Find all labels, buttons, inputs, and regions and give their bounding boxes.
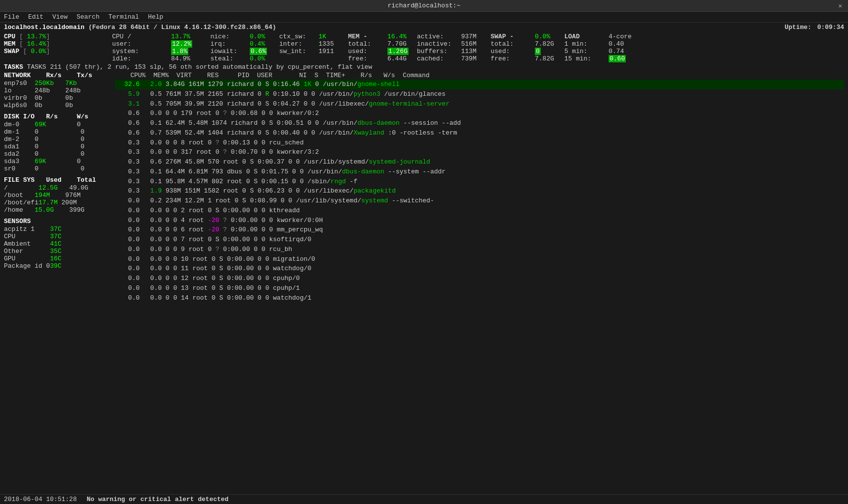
menu-terminal[interactable]: Terminal xyxy=(108,13,139,21)
window-title: richard@localhost:~ xyxy=(387,2,460,9)
table-row: 0.0 0.0 0 0 14 root 0 S 0:00.00 0 0 watc… xyxy=(115,293,844,303)
stats-row-4: idle: 84.9% steal: 0.0% free: 6.44G cach… xyxy=(4,55,844,62)
process-table-container: CPU% MEM% VIRT RES PID USER NI S TIME+ R… xyxy=(115,72,844,303)
table-row: 0.3 0.1 64.4M 6.81M 793 dbus 0 S 0:01.75… xyxy=(115,167,844,177)
mem-percent: 16.4% xyxy=(27,40,46,48)
network-section: NETWORK Rx/s Tx/s enp7s0 250Kb 7Kb lo 24… xyxy=(4,72,107,109)
swap-label: SWAP xyxy=(4,48,23,55)
menubar: FileEditViewSearchTerminalHelp xyxy=(0,12,848,23)
table-row: 0.6 0.7 539M 52.4M 1404 richard 0 S 0:00… xyxy=(115,128,844,138)
swap-percent: 0.0% xyxy=(31,48,46,55)
menu-search[interactable]: Search xyxy=(77,13,100,21)
uptime: Uptime: 0:09:34 xyxy=(785,24,844,31)
main-content: CPU [ 13.7%] CPU / 13.7% nice: 0.0% ctx_… xyxy=(0,32,848,304)
cpu-percent: 13.7% xyxy=(27,33,46,40)
stats-row-3: SWAP [ 0.0%] system: 1.8% iowait: 0.6% s… xyxy=(4,48,844,55)
table-row: 0.0 0.0 0 0 2 root 0 S 0:00.00 0 0 kthre… xyxy=(115,206,844,216)
table-row: 0.0 0.0 0 0 11 root 0 S 0:00.00 0 0 watc… xyxy=(115,264,844,274)
sensors-section: SENSORS acpitz 1 37C CPU 37C Ambient 41C… xyxy=(4,218,107,270)
cpu-label: CPU xyxy=(4,33,19,40)
table-row: 3.1 0.5 705M 39.9M 2120 richard 0 S 0:04… xyxy=(115,99,844,109)
disk-section: DISK I/O R/s W/s dm-0 69K 0 dm-1 0 0 dm-… xyxy=(4,113,107,172)
statusbar: 2018-06-04 10:51:28 No warning or critic… xyxy=(0,494,848,504)
table-row: 0.6 0.1 62.4M 5.48M 1074 richard 0 S 0:0… xyxy=(115,118,844,128)
os-info: (Fedora 28 64bit / Linux 4.16.12-300.fc2… xyxy=(88,24,276,31)
mem-label: MEM xyxy=(4,40,19,48)
sysinfo-text: localhost.localdomain (Fedora 28 64bit /… xyxy=(4,24,276,31)
table-row: 0.0 0.0 0 0 12 root 0 S 0:00.00 0 0 cpuh… xyxy=(115,274,844,283)
left-panels: NETWORK Rx/s Tx/s enp7s0 250Kb 7Kb lo 24… xyxy=(4,72,107,303)
stats-row-1: CPU [ 13.7%] CPU / 13.7% nice: 0.0% ctx_… xyxy=(4,33,844,40)
table-row: 0.0 0.0 0 0 9 root 0 ? 0:00.00 0 0 rcu_b… xyxy=(115,245,844,254)
stats-row-2: MEM [ 16.4%] user: 12.2% irq: 0.4% inter… xyxy=(4,40,844,48)
table-row: 0.3 0.0 0 0 8 root 0 ? 0:00.13 0 0 rcu_s… xyxy=(115,138,844,148)
close-button[interactable]: ✕ xyxy=(838,2,842,10)
table-row: 0.0 0.0 0 0 13 root 0 S 0:00.00 0 0 cpuh… xyxy=(115,283,844,293)
sysinfo-bar: localhost.localdomain (Fedora 28 64bit /… xyxy=(0,23,848,32)
table-row: 0.0 0.0 0 0 7 root 0 S 0:00.00 0 0 ksoft… xyxy=(115,235,844,245)
tasks-line: TASKS TASKS 211 (507 thr), 2 run, 153 sl… xyxy=(4,63,844,71)
table-row: 32.6 2.0 3.84G 161M 1279 richard 0 S 0:1… xyxy=(115,80,844,89)
menu-help[interactable]: Help xyxy=(148,13,163,21)
stats-table: CPU [ 13.7%] CPU / 13.7% nice: 0.0% ctx_… xyxy=(4,33,844,62)
table-row: 0.0 0.0 0 0 6 root -20 ? 0:00.00 0 0 mm_… xyxy=(115,225,844,235)
table-row: 5.9 0.5 761M 37.5M 2165 richard 0 R 0:10… xyxy=(115,89,844,99)
process-table-header: CPU% MEM% VIRT RES PID USER NI S TIME+ R… xyxy=(115,72,844,79)
timestamp: 2018-06-04 10:51:28 xyxy=(4,496,77,503)
filesystem-section: FILE SYS Used Total / 12.5G 49.0G /boot … xyxy=(4,176,107,214)
table-row: 0.3 0.0 0 0 317 root 0 ? 0:00.70 0 0 kwo… xyxy=(115,147,844,157)
table-row: 0.3 0.6 276M 45.8M 570 root 0 S 0:00.37 … xyxy=(115,157,844,167)
menu-view[interactable]: View xyxy=(52,13,67,21)
process-list: 32.6 2.0 3.84G 161M 1279 richard 0 S 0:1… xyxy=(115,80,844,303)
table-row: 0.3 1.9 938M 151M 1582 root 0 S 0:06.23 … xyxy=(115,186,844,196)
table-row: 0.0 0.0 0 0 4 root -20 ? 0:00.00 0 0 kwo… xyxy=(115,216,844,225)
status-message: No warning or critical alert detected xyxy=(87,496,229,503)
table-row: 0.0 0.0 0 0 10 root 0 S 0:00.00 0 0 migr… xyxy=(115,254,844,264)
menu-edit[interactable]: Edit xyxy=(28,13,43,21)
table-row: 0.0 0.2 234M 12.2M 1 root 0 S 0:08.99 0 … xyxy=(115,196,844,206)
menu-file[interactable]: File xyxy=(4,13,19,21)
table-row: 0.6 0.0 0 0 179 root 0 ? 0:00.68 0 0 kwo… xyxy=(115,109,844,118)
titlebar: richard@localhost:~ ✕ xyxy=(0,0,848,12)
hostname: localhost.localdomain xyxy=(4,24,85,31)
table-row: 0.3 0.1 95.8M 4.57M 802 root 0 S 0:00.15… xyxy=(115,177,844,187)
